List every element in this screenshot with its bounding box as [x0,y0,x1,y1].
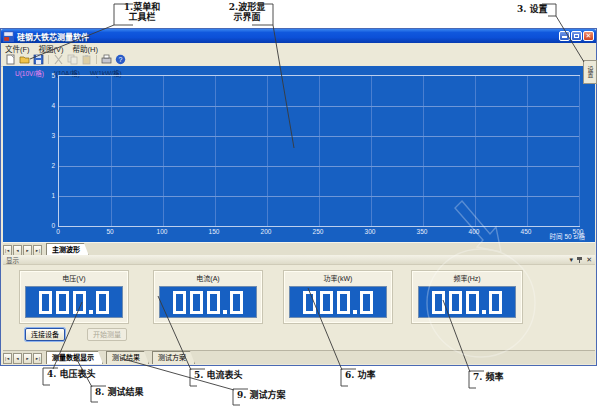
maximize-button[interactable] [571,31,582,41]
x-tick-label: 250 [313,228,324,235]
gridline [163,76,164,226]
seven-segment-display [159,286,257,318]
y-tick-label: 3 [43,132,55,139]
cut-icon[interactable] [53,54,64,65]
power-meter: 功率(kW) [283,270,393,324]
x-tick-label: 150 [209,228,220,235]
bottom-tab-strip: |◄ ◄ ► ►| 测量数据显示 测试结果 测试方案 [3,350,595,364]
segment-digit [39,291,52,314]
copy-icon[interactable] [67,54,78,65]
annotation-7: 7. 频率 [473,372,504,382]
current-meter: 电流(A) [153,270,263,324]
y-tick-label: 4 [43,102,55,109]
gridline [59,166,579,167]
annotation-2: 2.波形显示界面 [223,2,271,22]
new-file-icon[interactable] [5,54,16,65]
frequency-meter: 频率(Hz) [411,270,523,324]
gridline [527,76,528,226]
segment-digit [489,291,502,314]
y-tick-label: 0 [43,222,55,229]
panel-close-icon[interactable]: ✕ [586,255,592,264]
gridline [215,76,216,226]
segment-digit [449,291,462,314]
meters-panel: 电压(V) 电流(A) 功率(kW) 频率(Hz) 连接设备 开始测量 [3,265,595,350]
svg-text:?: ? [119,56,123,63]
segment-dot [353,310,357,314]
gridline [59,106,579,107]
panel-dropdown-icon[interactable]: ▾ [570,255,574,264]
panel-caption: 显示 [6,255,19,265]
x-tick-label: 50 [106,228,113,235]
voltage-meter-label: 电压(V) [20,273,128,283]
segment-digit [432,291,445,314]
segment-digit [320,291,333,314]
menu-file[interactable]: 文件(F) [5,43,30,54]
seven-segment-display [418,286,516,318]
gridline [111,76,112,226]
tab-test-plan[interactable]: 测试方案 [152,351,195,364]
x-tick-label: 300 [365,228,376,235]
gridline [59,136,579,137]
gridline [59,196,579,197]
tab-nav-next-icon[interactable]: ► [23,353,32,364]
annotation-9: 9. 测试方案 [237,390,286,400]
segment-digit [96,291,109,314]
y-tick-label: 2 [43,162,55,169]
gridline [319,76,320,226]
close-button[interactable]: ✕ [583,31,594,41]
tab-nav-first-icon[interactable]: |◄ [3,353,12,364]
y-tick-label: 1 [43,192,55,199]
annotation-6: 6. 功率 [345,370,376,380]
segment-digit [190,291,203,314]
app-icon [3,31,14,42]
x-tick-label: 200 [261,228,272,235]
x-tick-label: 400 [469,228,480,235]
tab-nav-prev-icon[interactable]: ◄ [13,353,22,364]
menu-bar: 文件(F) 视图(V) 帮助(H) [1,43,596,53]
toolbar-separator [48,55,49,64]
x-tick-label: 350 [417,228,428,235]
segment-digit [73,291,86,314]
title-bar[interactable]: 硅钢大铁芯测量软件 ✕ [1,29,596,43]
tab-test-result[interactable]: 测试结果 [106,351,149,364]
seven-segment-display [25,286,123,318]
start-measure-button[interactable]: 开始测量 [87,328,127,341]
annotation-4: 4. 电压表头 [47,369,96,379]
legend-voltage: U(10V/格) [15,68,44,78]
help-icon[interactable]: ? [115,54,126,65]
tab-nav-last-icon[interactable]: ►| [33,353,42,364]
annotation-1: 1.菜单和工具栏 [116,2,168,22]
voltage-meter: 电压(V) [19,270,129,324]
gridline [579,76,580,226]
segment-digit [173,291,186,314]
segment-digit [230,291,243,314]
segment-dot [223,310,227,314]
screenshot-canvas: 硅钢大铁芯测量软件 ✕ 文件(F) 视图(V) 帮助(H) ? [0,0,600,410]
segment-digit [337,291,350,314]
segment-digit [207,291,220,314]
connect-device-button[interactable]: 连接设备 [25,328,65,341]
frequency-meter-label: 频率(Hz) [412,273,522,283]
segment-digit [466,291,479,314]
gridline [423,76,424,226]
window-title: 硅钢大铁芯测量软件 [17,31,89,42]
paste-icon[interactable] [81,54,92,65]
power-meter-label: 功率(kW) [284,273,392,283]
x-tick-label: 0 [56,228,60,235]
seven-segment-display [289,286,387,318]
minimize-button[interactable] [559,31,570,41]
panel-pin-icon[interactable] [576,256,583,264]
print-icon[interactable] [101,54,112,65]
panel-header: 显示 ▾ ✕ [3,255,595,265]
tool-bar: ? [1,53,596,67]
settings-side-tab[interactable]: 设置 [583,60,597,84]
menu-view[interactable]: 视图(V) [39,43,64,54]
segment-dot [89,310,93,314]
open-file-icon[interactable] [19,54,30,65]
annotation-3: 3. 设置 [517,4,548,14]
current-meter-label: 电流(A) [154,273,262,283]
tab-measure-data-display[interactable]: 测量数据显示 [46,351,103,364]
annotation-8: 8. 测试结果 [95,387,144,397]
menu-help[interactable]: 帮助(H) [73,43,98,54]
save-file-icon[interactable] [33,54,44,65]
